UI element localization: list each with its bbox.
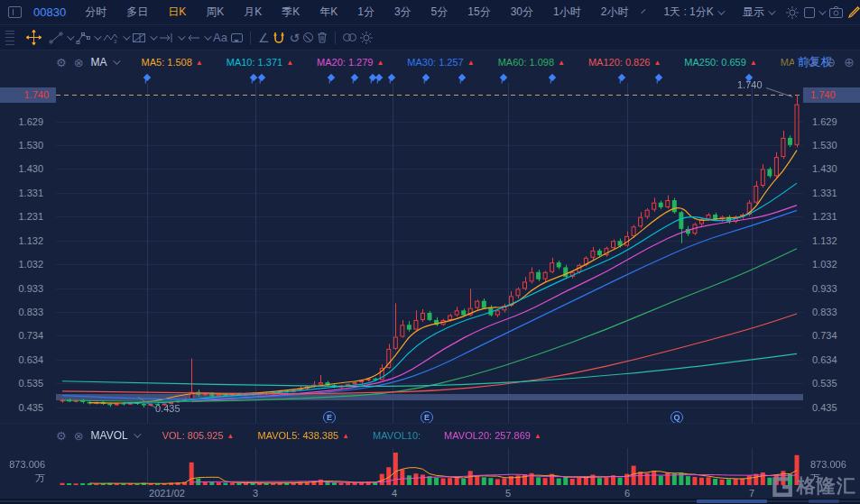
vol-value-MAVOL5[interactable]: MAVOL5: 438.385▲ bbox=[258, 430, 350, 441]
price-axis-label: 0.933 bbox=[809, 283, 859, 294]
event-pin-marker[interactable] bbox=[250, 74, 257, 81]
price-axis-label: 1.530 bbox=[0, 140, 51, 151]
volume-chart[interactable] bbox=[56, 448, 803, 487]
display-menu[interactable]: 显示 bbox=[733, 5, 783, 20]
chevron-down-icon bbox=[94, 32, 101, 40]
vol-settings-gear-icon[interactable]: ⚙ bbox=[56, 430, 67, 442]
period-tab-日K[interactable]: 日K bbox=[158, 5, 196, 20]
period-tab-2小时[interactable]: 2小时 bbox=[591, 5, 639, 20]
vol-close-icon[interactable]: ⊗ bbox=[74, 430, 84, 442]
ma-settings-gear-icon[interactable]: ⚙ bbox=[56, 57, 67, 69]
ma-value-MA20[interactable]: MA20: 1.279▲ bbox=[317, 57, 384, 68]
layout-icon[interactable] bbox=[8, 3, 22, 23]
event-pin-marker[interactable] bbox=[351, 74, 358, 81]
pencil-edit-icon[interactable] bbox=[848, 3, 860, 23]
period-tab-季K[interactable]: 季K bbox=[272, 5, 310, 20]
price-axis-label: 0.535 bbox=[809, 378, 859, 389]
volume-indicator-row: ⚙ ⊗ MAVOL VOL: 805.925▲MAVOL5: 438.385▲M… bbox=[56, 426, 853, 445]
svg-text:3: 3 bbox=[114, 39, 117, 44]
angle-tool[interactable]: ∠ bbox=[258, 32, 270, 44]
vol-value-VOL[interactable]: VOL: 805.925▲ bbox=[162, 430, 235, 441]
vol-indicator-name[interactable]: MAVOL bbox=[91, 429, 128, 442]
event-pin-marker[interactable] bbox=[458, 74, 466, 81]
top-toolbar: 00830 分时多日日K周K月K季K年K1分3分5分15分30分1小时2小时 1… bbox=[0, 0, 860, 25]
camera-icon[interactable] bbox=[829, 3, 843, 23]
settings-gear-icon[interactable] bbox=[786, 3, 799, 23]
ma-value-MA30[interactable]: MA30: 1.257▲ bbox=[407, 57, 474, 68]
event-pin-marker[interactable] bbox=[618, 74, 625, 81]
period-tab-分时[interactable]: 分时 bbox=[75, 5, 116, 20]
corporate-event-marker-Q[interactable]: Q bbox=[670, 411, 683, 424]
time-axis-label: 6 bbox=[624, 488, 630, 499]
high-price-annotation: 1.740 bbox=[737, 79, 763, 90]
watermark-text: 格隆汇 bbox=[797, 473, 856, 499]
period-tab-年K[interactable]: 年K bbox=[310, 5, 347, 20]
ma-indicator-name[interactable]: MA bbox=[91, 56, 107, 69]
layout-select-icon[interactable] bbox=[804, 3, 824, 23]
main-price-chart[interactable] bbox=[56, 83, 803, 424]
watermark-logo: 格隆汇 bbox=[770, 473, 856, 499]
price-axis-label: 1.231 bbox=[809, 211, 859, 222]
event-pin-marker[interactable] bbox=[388, 74, 395, 81]
measure-tool[interactable] bbox=[159, 32, 183, 43]
event-pin-marker[interactable] bbox=[328, 74, 335, 81]
shape-tool[interactable] bbox=[76, 32, 99, 44]
period-tab-月K[interactable]: 月K bbox=[234, 5, 272, 20]
time-axis-label: 4 bbox=[392, 488, 397, 499]
vol-value-MAVOL20[interactable]: MAVOL20: 257.869▲ bbox=[444, 430, 541, 441]
pattern-tool[interactable] bbox=[132, 32, 155, 44]
price-axis-label: 1.530 bbox=[809, 140, 859, 151]
price-axis-label: 0.833 bbox=[0, 307, 51, 317]
move-cross-icon[interactable] bbox=[23, 28, 44, 48]
event-pin-marker[interactable] bbox=[422, 74, 430, 81]
undo-icon[interactable]: ↺ bbox=[807, 55, 818, 69]
period-tab-3分[interactable]: 3分 bbox=[384, 5, 421, 20]
zoom-out-icon[interactable]: ⊖ bbox=[826, 55, 837, 69]
wave-tool[interactable]: 3 bbox=[103, 32, 128, 44]
vol-value-MAVOL10[interactable]: MAVOL10: bbox=[373, 430, 421, 441]
symbol-code[interactable]: 00830 bbox=[24, 5, 75, 19]
price-axis-label: 1.132 bbox=[809, 235, 859, 246]
period-tab-1小时[interactable]: 1小时 bbox=[543, 5, 591, 20]
ma-value-MA60[interactable]: MA60: 1.098▲ bbox=[498, 57, 565, 68]
event-pin-marker[interactable] bbox=[143, 74, 151, 81]
event-pin-marker[interactable] bbox=[549, 74, 556, 81]
ma-value-MA5[interactable]: MA5: 1.508▲ bbox=[142, 57, 203, 68]
delete-drawings-tool[interactable] bbox=[317, 32, 328, 43]
ma-value-MA120[interactable]: MA120: 0.826▲ bbox=[588, 57, 661, 68]
ma-value-MA250[interactable]: MA250: 0.659▲ bbox=[684, 57, 756, 68]
magnet-tool[interactable] bbox=[273, 32, 285, 44]
period-tab-周K[interactable]: 周K bbox=[196, 5, 234, 20]
arrow-tool[interactable] bbox=[187, 32, 209, 43]
corporate-event-marker-E[interactable]: E bbox=[421, 411, 433, 424]
stock-chart-app: 00830 分时多日日K周K月K季K年K1分3分5分15分30分1小时2小时 1… bbox=[0, 0, 860, 504]
zoom-in-icon[interactable]: ⊕ bbox=[844, 55, 855, 69]
hide-drawings-tool[interactable] bbox=[303, 32, 313, 42]
price-axis-label: 1.331 bbox=[809, 188, 859, 198]
ma-indicator-row: ⚙ ⊗ MA MA5: 1.508▲MA10: 1.371▲MA20: 1.27… bbox=[56, 52, 853, 72]
period-tab-5分[interactable]: 5分 bbox=[421, 5, 458, 20]
period-tab-30分[interactable]: 30分 bbox=[501, 5, 543, 20]
drawing-settings-gear-icon[interactable] bbox=[360, 32, 373, 44]
trendline-tool[interactable] bbox=[49, 32, 72, 44]
price-axis-label: 1.430 bbox=[0, 163, 51, 174]
period-tab-多日[interactable]: 多日 bbox=[116, 5, 158, 20]
comment-tool[interactable] bbox=[231, 33, 243, 42]
time-scrollbar[interactable] bbox=[0, 499, 860, 504]
period-tab-1分[interactable]: 1分 bbox=[347, 5, 384, 20]
event-pin-marker[interactable] bbox=[375, 74, 383, 81]
interval-selector[interactable]: 1天 : 1分K bbox=[653, 5, 732, 20]
drag-handle[interactable] bbox=[5, 31, 14, 45]
ma-close-icon[interactable]: ⊗ bbox=[74, 57, 84, 69]
text-tool[interactable]: Aa bbox=[213, 32, 227, 43]
chevron-down-icon bbox=[204, 32, 211, 40]
sync-drawings-tool[interactable]: ↺ bbox=[289, 32, 300, 44]
ma-value-MA10[interactable]: MA10: 1.371▲ bbox=[227, 57, 293, 68]
event-pin-marker[interactable] bbox=[258, 74, 265, 81]
price-axis-label: 1.032 bbox=[809, 259, 859, 270]
period-tab-15分[interactable]: 15分 bbox=[458, 5, 500, 20]
event-pin-marker[interactable] bbox=[655, 74, 662, 81]
event-pin-marker[interactable] bbox=[500, 74, 507, 81]
corporate-event-marker-E[interactable]: E bbox=[323, 411, 336, 424]
compare-overlay-tool[interactable] bbox=[343, 33, 356, 41]
